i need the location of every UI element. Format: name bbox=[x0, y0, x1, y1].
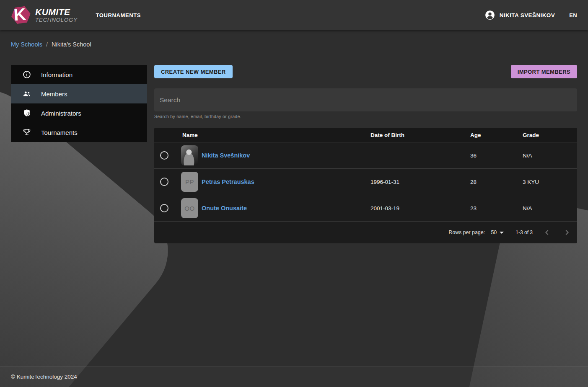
nav-tournaments[interactable]: TOURNAMENTS bbox=[96, 12, 141, 18]
member-age: 23 bbox=[467, 205, 519, 212]
footer: © KumiteTechnology 2024 bbox=[0, 366, 588, 387]
chevron-right-icon bbox=[562, 227, 572, 237]
main-panel: CREATE NEW MEMBER IMPORT MEMBERS Search … bbox=[154, 65, 577, 243]
next-page-button[interactable] bbox=[561, 227, 573, 238]
column-header-age: Age bbox=[467, 132, 519, 138]
pagination-range: 1-3 of 3 bbox=[515, 230, 533, 235]
sidebar: Information Members Administrators bbox=[11, 65, 147, 142]
create-new-member-button[interactable]: CREATE NEW MEMBER bbox=[154, 65, 233, 78]
previous-page-button[interactable] bbox=[541, 227, 553, 238]
sidebar-item-tournaments[interactable]: Tournaments bbox=[11, 123, 147, 142]
breadcrumb-current: Nikita's School bbox=[52, 41, 91, 48]
copyright-text: © KumiteTechnology 2024 bbox=[11, 374, 77, 380]
table-row[interactable]: Nikita Svešnikov 36 N/A bbox=[154, 142, 577, 168]
member-dob: 2001-03-19 bbox=[370, 205, 467, 212]
rows-per-page-value: 50 bbox=[491, 230, 497, 235]
brand-logo[interactable]: K KUMITE TECHNOLOGY bbox=[11, 6, 78, 24]
language-switcher[interactable]: EN bbox=[569, 12, 577, 18]
table-pagination: Rows per page: 50 1-3 of 3 bbox=[154, 221, 577, 243]
rows-per-page-select[interactable]: 50 bbox=[491, 230, 504, 235]
member-name-link[interactable]: Onute Onusaite bbox=[202, 205, 247, 212]
column-header-dob: Date of Birth bbox=[370, 132, 467, 138]
user-menu[interactable]: NIKITA SVEŠNIKOV bbox=[484, 10, 555, 21]
user-name: NIKITA SVEŠNIKOV bbox=[500, 12, 555, 18]
member-grade: N/A bbox=[519, 152, 577, 159]
dropdown-caret-icon bbox=[500, 232, 504, 234]
member-age: 36 bbox=[467, 152, 519, 159]
row-select-radio[interactable] bbox=[160, 178, 168, 186]
sidebar-item-information[interactable]: Information bbox=[11, 65, 147, 84]
rows-per-page-label: Rows per page: bbox=[449, 230, 485, 235]
sidebar-item-administrators[interactable]: Administrators bbox=[11, 103, 147, 123]
actions-row: CREATE NEW MEMBER IMPORT MEMBERS bbox=[154, 65, 577, 78]
table-header: Name Date of Birth Age Grade bbox=[154, 128, 577, 142]
breadcrumb-my-schools[interactable]: My Schools bbox=[11, 41, 42, 48]
sidebar-item-members[interactable]: Members bbox=[11, 84, 147, 103]
row-select-radio[interactable] bbox=[160, 151, 168, 160]
sidebar-item-label: Members bbox=[41, 90, 67, 98]
breadcrumb: My Schools / Nikita's School bbox=[0, 30, 588, 48]
column-header-grade: Grade bbox=[519, 132, 577, 138]
sidebar-item-label: Tournaments bbox=[41, 129, 78, 136]
member-avatar-initials: OO bbox=[181, 198, 198, 218]
chevron-left-icon bbox=[542, 227, 552, 237]
members-icon bbox=[22, 89, 31, 98]
column-header-name: Name bbox=[174, 132, 370, 138]
sidebar-item-label: Information bbox=[41, 71, 73, 78]
table-row[interactable]: OO Onute Onusaite 2001-03-19 23 N/A bbox=[154, 195, 577, 221]
member-avatar-photo bbox=[181, 145, 198, 165]
sidebar-item-label: Administrators bbox=[41, 110, 81, 117]
member-name-link[interactable]: Nikita Svešnikov bbox=[202, 152, 250, 159]
trophy-icon bbox=[22, 128, 31, 137]
member-grade: N/A bbox=[519, 205, 577, 212]
member-name-link[interactable]: Petras Petrauskas bbox=[202, 178, 254, 185]
topbar: K KUMITE TECHNOLOGY TOURNAMENTS NIKITA S… bbox=[0, 0, 588, 30]
info-icon bbox=[22, 70, 31, 79]
table-row[interactable]: PP Petras Petrauskas 1996-01-31 28 3 KYU bbox=[154, 168, 577, 195]
members-table: Name Date of Birth Age Grade Nikita Sveš… bbox=[154, 128, 577, 243]
brand-letter: K bbox=[13, 5, 26, 24]
brand-subtitle: TECHNOLOGY bbox=[35, 17, 78, 23]
topbar-right: NIKITA SVEŠNIKOV EN bbox=[484, 10, 577, 21]
breadcrumb-separator: / bbox=[46, 41, 48, 48]
brand-text: KUMITE TECHNOLOGY bbox=[35, 8, 78, 23]
member-grade: 3 KYU bbox=[519, 179, 577, 185]
admin-shield-icon bbox=[22, 108, 31, 118]
account-icon bbox=[484, 10, 495, 21]
breadcrumb-divider bbox=[11, 55, 577, 55]
member-avatar-initials: PP bbox=[181, 172, 198, 192]
member-age: 28 bbox=[467, 179, 519, 185]
row-select-radio[interactable] bbox=[160, 204, 168, 212]
search-input[interactable] bbox=[154, 96, 577, 104]
search-helper-text: Search by name, email, birthday or grade… bbox=[154, 114, 577, 119]
import-members-button[interactable]: IMPORT MEMBERS bbox=[511, 65, 577, 78]
member-dob: 1996-01-31 bbox=[370, 179, 467, 185]
brand-hexagon-icon: K bbox=[10, 5, 31, 25]
content: Information Members Administrators bbox=[0, 65, 588, 243]
search-box bbox=[154, 88, 577, 111]
brand-name: KUMITE bbox=[35, 8, 78, 16]
